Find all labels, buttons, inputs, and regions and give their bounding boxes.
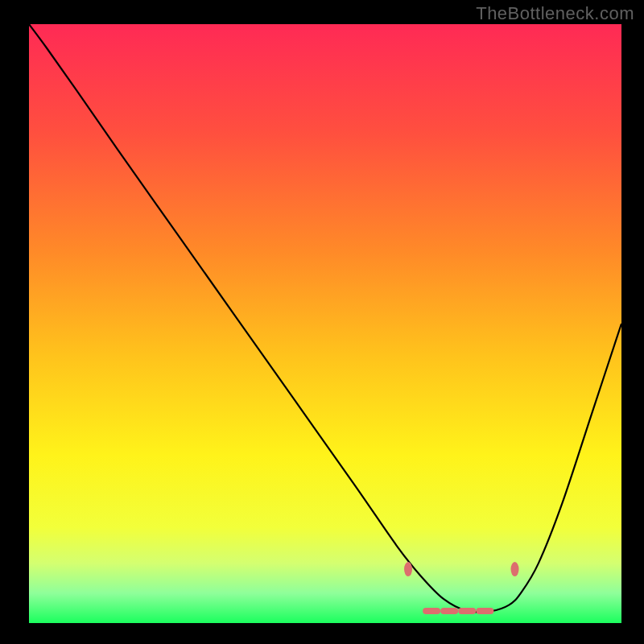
- marker-cap: [511, 562, 519, 576]
- watermark-text: TheBottleneck.com: [476, 3, 634, 24]
- gradient-background: [29, 24, 621, 623]
- chart-frame: TheBottleneck.com: [0, 0, 644, 644]
- bottleneck-chart: [0, 0, 644, 644]
- marker-cap: [404, 562, 412, 576]
